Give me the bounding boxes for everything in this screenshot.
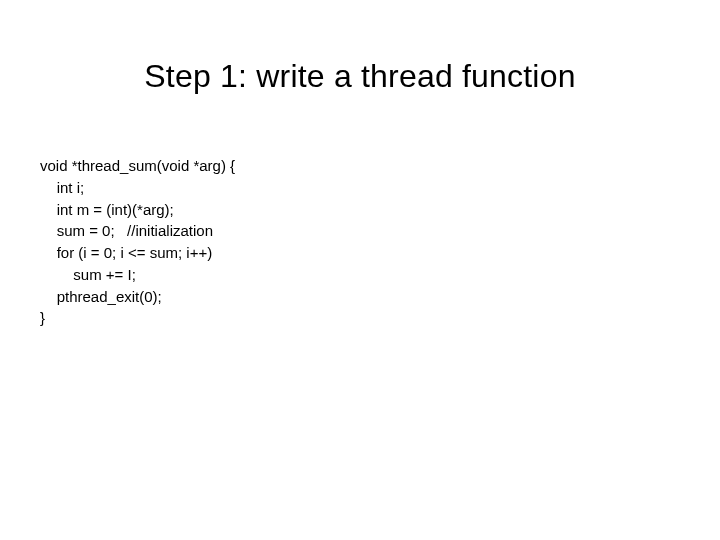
code-line: void *thread_sum(void *arg) {: [40, 157, 235, 174]
code-block: void *thread_sum(void *arg) { int i; int…: [40, 155, 235, 329]
code-line: sum = 0; //initialization: [40, 222, 213, 239]
code-line: sum += I;: [40, 266, 136, 283]
code-line: }: [40, 309, 45, 326]
slide: Step 1: write a thread function void *th…: [0, 0, 720, 540]
code-line: int m = (int)(*arg);: [40, 201, 174, 218]
code-line: for (i = 0; i <= sum; i++): [40, 244, 212, 261]
code-line: pthread_exit(0);: [40, 288, 162, 305]
slide-title: Step 1: write a thread function: [0, 58, 720, 95]
code-line: int i;: [40, 179, 84, 196]
